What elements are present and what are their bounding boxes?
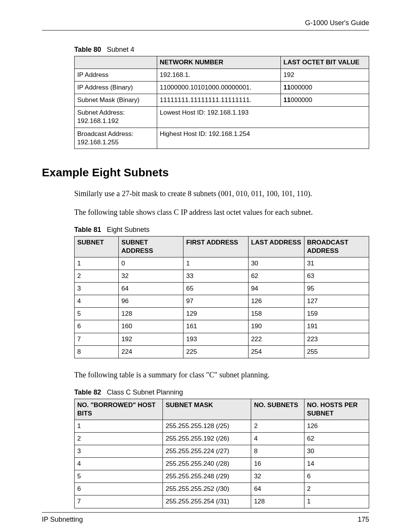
cell: 255.255.255.128 (/25) [163,420,251,432]
cell: 2 [75,270,119,283]
table81-caption-label: Table 81 [74,226,101,233]
cell: 11000000 [280,81,369,94]
table-row: 49697126127 [75,295,369,308]
cell: 94 [248,283,304,295]
table-header-row: SUBNET SUBNET ADDRESS FIRST ADDRESS LAST… [75,236,369,257]
cell: 2 [304,483,369,495]
cell: 128 [119,308,183,320]
table80-h2: NETWORK NUMBER [157,56,280,69]
cell: 5 [75,470,163,483]
cell: 16 [251,458,304,470]
table80-caption: Table 80 Subnet 4 [74,46,369,54]
table80-h1 [75,56,157,69]
table80: NETWORK NUMBER LAST OCTET BIT VALUE IP A… [74,56,369,149]
cell: 65 [183,283,248,295]
cell: 97 [183,295,248,308]
cell: Lowest Host ID: 192.168.1.193 [157,107,369,128]
table-row: 1013031 [75,257,369,270]
cell: 6 [304,470,369,483]
page: G-1000 User's Guide Table 80 Subnet 4 NE… [0,0,411,532]
table-row: 232336263 [75,270,369,283]
bin-bold: 11 [284,96,291,104]
footer: IP Subnetting 175 [42,512,369,524]
cell: Subnet Mask (Binary) [75,94,157,107]
cell: 62 [304,432,369,445]
cell: 160 [119,320,183,333]
cell: 64 [251,483,304,495]
cell: 255.255.255.240 (/28) [163,458,251,470]
table82: NO. "BORROWED" HOST BITS SUBNET MASK NO.… [74,399,369,508]
table-row: 3255.255.255.224 (/27)830 [75,445,369,458]
cell: IP Address [75,69,157,81]
cell: 126 [248,295,304,308]
table-row: 364659495 [75,283,369,295]
cell-line2: 192.168.1.192 [77,117,119,125]
table-row: IP Address (Binary) 11000000.10101000.00… [75,81,369,94]
cell: 7 [75,495,163,508]
cell: 1 [304,495,369,508]
cell: 192.168.1. [157,69,280,81]
cell: 1 [183,257,248,270]
table82-h3: NO. SUBNETS [251,399,304,420]
table-row: Subnet Mask (Binary) 11111111.11111111.1… [75,94,369,107]
cell: 224 [119,345,183,358]
table80-caption-label: Table 80 [74,46,101,53]
cell: 30 [304,445,369,458]
cell: 8 [75,345,119,358]
footer-right: 175 [358,516,369,524]
cell: 11111111.11111111.11111111. [157,94,280,107]
cell: 3 [75,445,163,458]
content-block-2: Similarly use a 27-bit mask to create 8 … [74,189,369,508]
cell: 3 [75,283,119,295]
cell: 2 [251,420,304,432]
section-heading: Example Eight Subnets [42,166,369,179]
table-row: 7192193222223 [75,333,369,345]
cell: 4 [251,432,304,445]
cell: Subnet Address:192.168.1.192 [75,107,157,128]
table82-caption-label: Table 82 [74,388,101,396]
cell: 127 [304,295,369,308]
cell: 161 [183,320,248,333]
cell: 193 [183,333,248,345]
cell: 5 [75,308,119,320]
cell: Highest Host ID: 192.168.1.254 [157,128,369,149]
table-row: 4255.255.255.240 (/28)1614 [75,458,369,470]
cell: 6 [75,320,119,333]
cell: 64 [119,283,183,295]
cell: 222 [248,333,304,345]
cell-line2: 192.168.1.255 [77,139,119,146]
header-doc-title: G-1000 User's Guide [42,19,369,27]
table82-h4: NO. HOSTS PER SUBNET [304,399,369,420]
cell: 126 [304,420,369,432]
cell: 255.255.255.252 (/30) [163,483,251,495]
table81-h4: LAST ADDRESS [248,236,304,257]
cell: 0 [119,257,183,270]
table-row: 5255.255.255.248 (/29)326 [75,470,369,483]
cell: 14 [304,458,369,470]
cell: 4 [75,458,163,470]
cell: 7 [75,333,119,345]
cell: 4 [75,295,119,308]
bin-bold: 11 [284,84,291,91]
table-row: 6160161190191 [75,320,369,333]
cell: 30 [248,257,304,270]
table81-h1: SUBNET [75,236,119,257]
table-header-row: NO. "BORROWED" HOST BITS SUBNET MASK NO.… [75,399,369,420]
table82-h2: SUBNET MASK [163,399,251,420]
cell: 223 [304,333,369,345]
cell: IP Address (Binary) [75,81,157,94]
table-row: Subnet Address:192.168.1.192 Lowest Host… [75,107,369,128]
table-row: 7255.255.255.254 (/31)1281 [75,495,369,508]
header-rule [42,30,369,30]
cell: 6 [75,483,163,495]
cell: 31 [304,257,369,270]
table-row: IP Address 192.168.1. 192 [75,69,369,81]
cell: 255.255.255.248 (/29) [163,470,251,483]
table-row: Broadcast Address:192.168.1.255 Highest … [75,128,369,149]
cell: 254 [248,345,304,358]
cell-line1: Broadcast Address: [77,130,133,137]
bin-rest: 000000 [291,84,312,91]
cell: Broadcast Address:192.168.1.255 [75,128,157,149]
table81-h2: SUBNET ADDRESS [119,236,183,257]
paragraph-1: Similarly use a 27-bit mask to create 8 … [74,189,369,199]
